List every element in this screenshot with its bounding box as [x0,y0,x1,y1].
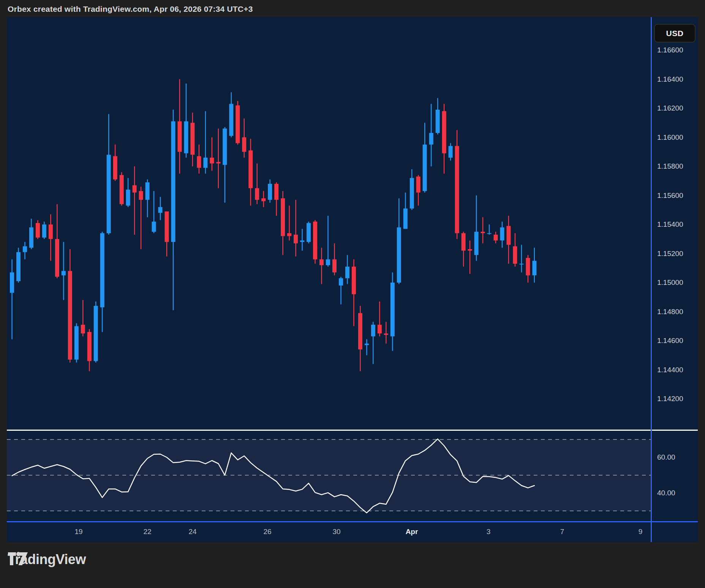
price-axis-label: 1.16600 [657,46,683,54]
candle [365,339,369,355]
candle [326,216,330,267]
time-axis-label: 3 [473,528,504,536]
candle [16,248,21,283]
rsi-pane[interactable] [7,431,698,521]
time-axis-label: 7 [547,528,577,536]
candle [281,191,285,255]
price-axis-label: 1.15000 [657,278,683,287]
candle [133,166,137,235]
candle [113,145,117,181]
candle [126,178,130,207]
candle [532,248,536,283]
candle [42,221,46,239]
candle [190,113,194,167]
candle [307,221,311,243]
candle [481,217,485,243]
candle [255,163,259,204]
candle [287,205,291,240]
candle [519,245,523,273]
candle [449,143,453,161]
candle [223,127,227,203]
time-axis-label: 30 [321,528,352,536]
time-axis-label: 26 [252,528,283,536]
candle [513,233,517,267]
candle [268,179,272,202]
candle [248,139,253,205]
candle [171,110,175,310]
candle [416,175,420,205]
candle [319,248,324,284]
candle [487,224,492,235]
chart-container[interactable]: 1922242630Apr379 USD 1.166001.164001.162… [7,17,698,542]
candle [87,329,92,371]
price-axis-label: 1.14200 [657,395,683,403]
candle [352,259,356,326]
candle [507,216,511,264]
candle [410,169,414,210]
candle [462,232,466,267]
candle [332,243,337,275]
tradingview-embed-page: Orbex created with TradingView.com, Apr … [0,0,705,588]
candle [339,277,343,305]
candle [345,255,349,284]
candle [36,220,40,239]
candle [216,129,220,188]
time-axis-label: 19 [63,528,94,536]
chart-attribution-title: Orbex created with TradingView.com, Apr … [8,5,253,14]
candle [100,232,104,332]
candle [68,249,72,362]
candle [10,259,14,339]
candle [526,255,530,283]
footer-branding: TradingView [8,552,86,567]
candle [294,200,298,256]
rsi-line [12,439,534,513]
candle [197,145,201,174]
price-axis-label: 1.15400 [657,220,683,229]
tradingview-logo[interactable]: TradingView [8,552,86,567]
candle [242,119,246,158]
candle [371,322,375,364]
candle [107,114,111,235]
candle [139,187,143,250]
candle [455,130,459,239]
candle [500,221,504,248]
candle [378,302,382,337]
candle [210,138,214,171]
candle [494,232,498,243]
price-axis-label: 1.15600 [657,191,683,200]
currency-badge[interactable]: USD [654,24,696,43]
tradingview-logo-icon [8,552,28,566]
candle [158,197,163,220]
candle [94,302,98,363]
price-pane[interactable] [7,17,698,430]
time-axis-label: Apr [397,528,427,536]
price-axis[interactable]: USD 1.166001.164001.162001.160001.158001… [652,17,698,542]
candle [145,179,150,217]
candle [429,104,433,167]
candle [468,240,472,274]
candle [313,220,317,264]
candle [120,172,124,205]
candle [178,79,182,174]
price-axis-label: 1.14600 [657,337,683,345]
price-axis-label: 1.16400 [657,75,683,84]
candle [300,229,304,251]
time-axis[interactable]: 1922242630Apr379 [7,522,698,542]
price-axis-label: 1.15200 [657,250,683,258]
rsi-axis-label: 40.00 [657,489,675,497]
candle [274,182,278,216]
candle [236,101,240,145]
candle [203,111,207,174]
candle [49,214,53,261]
candle [390,272,395,351]
candle [436,98,440,134]
candle [55,204,59,278]
candle [74,323,79,362]
candle [81,300,85,337]
rsi-line-chart [7,431,698,521]
candle [384,322,388,343]
candle [261,191,266,207]
candle [442,104,446,174]
time-axis-label: 22 [132,528,163,536]
time-axis-label: 24 [177,528,208,536]
